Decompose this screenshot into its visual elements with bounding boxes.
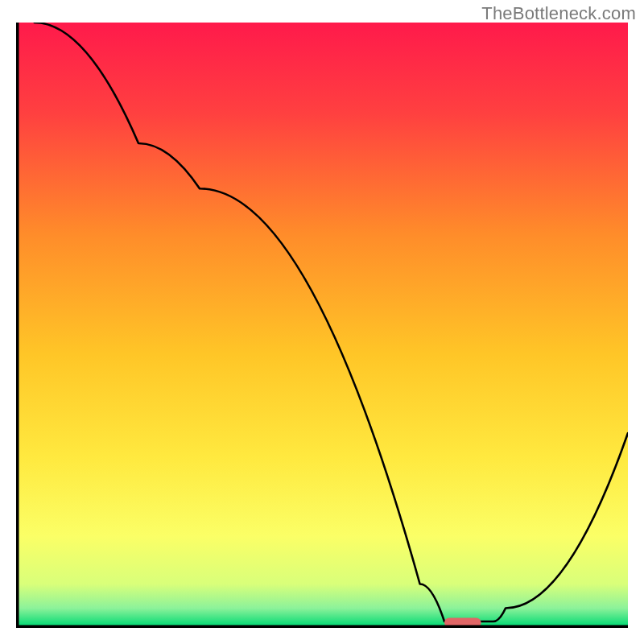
bottleneck-chart — [16, 23, 628, 628]
heat-gradient-background — [16, 23, 628, 626]
watermark-text: TheBottleneck.com — [481, 3, 636, 24]
chart-svg — [16, 23, 628, 628]
